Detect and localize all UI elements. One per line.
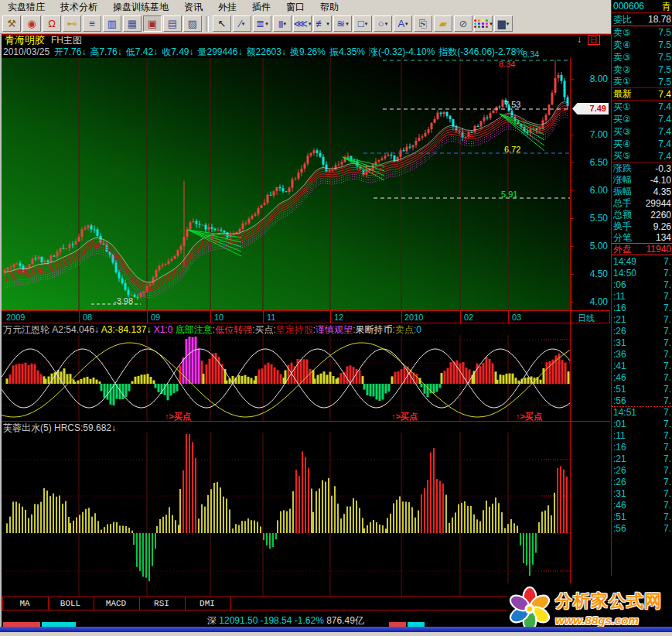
tick-price: 7. [663, 419, 671, 429]
price-label: 6.50 [590, 157, 608, 168]
price-tick [571, 135, 574, 135]
furong-panel-canvas[interactable] [0, 433, 572, 597]
alarm-bell-icon: Ω [48, 18, 56, 29]
waipan-row: 外盘11940 [612, 244, 672, 255]
no-draw-button[interactable]: ⊘ [454, 15, 472, 32]
dropdown-arrow-icon: ▾ [242, 21, 245, 27]
index-pct: -1.62% [295, 615, 324, 626]
menu-item-实盘猎庄[interactable]: 实盘猎庄 [0, 0, 53, 14]
tab-separator [139, 597, 140, 610]
logo-url[interactable]: www.88gs.com [555, 614, 662, 627]
copy-button[interactable]: ⎘ [414, 15, 432, 32]
market-label: 深 [207, 615, 217, 626]
stat-value: -0.3 [655, 163, 671, 174]
period-board-icon[interactable]: 日 [588, 35, 600, 45]
menu-item-窗口[interactable]: 窗口 [278, 0, 312, 14]
tab-RSI[interactable]: RSI [154, 599, 169, 608]
trendline-tool-button[interactable]: ≣▾ [253, 15, 271, 32]
info-field-低: 低7.42↓ [126, 46, 158, 57]
dropdown-arrow-icon: ▾ [265, 21, 268, 27]
status-minibar [389, 621, 424, 627]
label-segment: :0 [414, 324, 421, 335]
plugin-connector-button[interactable]: ⊷ [63, 15, 81, 32]
info-field-高: 高7.76↓ [90, 46, 121, 57]
tick-row: :017. [612, 418, 672, 429]
label-segment: 买点 [255, 324, 274, 335]
circle-tool-button[interactable]: ○▾ [374, 15, 392, 32]
collapse-icon[interactable]: ↓ [577, 35, 582, 45]
window-wave-icon: ▨ [188, 18, 197, 29]
menu-item-资讯[interactable]: 资讯 [176, 0, 210, 14]
cursor-button[interactable]: ↖ [213, 15, 231, 32]
price-label: 6.00 [590, 185, 608, 196]
quote-list-button[interactable]: ≡ [83, 15, 101, 32]
channel-tool-button[interactable]: ≢▾ [313, 15, 332, 32]
tick-time: :46 [613, 372, 626, 383]
plugin-connector-icon: ⊷ [67, 18, 77, 29]
info-field-换: 换9.26% [290, 46, 326, 57]
chart-annotation-7.53: 7.53 [504, 101, 520, 109]
window-edge [0, 34, 2, 627]
tick-time: 14:50 [613, 268, 636, 279]
tick-row: :117. [612, 290, 672, 302]
window-wave-button[interactable]: ▨ [183, 15, 202, 32]
gann-panel-canvas[interactable] [0, 335, 572, 421]
last-price-tag: 7.49 [572, 103, 609, 115]
no-draw-icon: ⊘ [459, 18, 468, 29]
window-frame-bottom [0, 632, 672, 636]
split-pane-button[interactable]: ▥ [103, 15, 121, 32]
line-tool-button[interactable]: ∕▾ [233, 15, 251, 32]
axis-separator [263, 311, 264, 323]
tick-row: :317. [612, 337, 672, 348]
sidebar-header: 000606青 [612, 0, 672, 13]
axis-label-09: 09 [151, 313, 160, 322]
price-tick [571, 246, 574, 247]
eraser-button[interactable]: ▰ [434, 15, 452, 32]
tab-BOLL[interactable]: BOLL [60, 599, 80, 608]
menu-item-插件[interactable]: 插件 [244, 0, 278, 14]
label-segment: X1:0 [151, 324, 175, 335]
quote-list-icon: ≡ [89, 18, 95, 29]
wave-tool-button[interactable]: ≋▾ [333, 15, 352, 32]
index-summary: 深 12091.50 -198.54 -1.62% 876.49亿 [207, 614, 364, 627]
alarm-bell-button[interactable]: Ω [43, 15, 61, 32]
palette-button[interactable]: ▾ [474, 15, 493, 32]
axis-separator [508, 311, 509, 323]
window-candle-button[interactable]: ▣ [143, 15, 162, 32]
tab-MA[interactable]: MA [19, 599, 29, 608]
tick-time: :51 [613, 384, 626, 395]
window-grid-button[interactable]: ▤ [163, 15, 182, 32]
vertical-lines-tool-button[interactable]: ||||▾ [273, 15, 292, 32]
window-chart-button[interactable]: ▦ [123, 15, 142, 32]
sell-label: 卖② [613, 63, 631, 77]
tick-row: :267. [612, 476, 672, 487]
tools-button[interactable]: ⚒ [2, 15, 21, 32]
tab-MACD[interactable]: MACD [106, 599, 126, 608]
tab-DMI[interactable]: DMI [200, 599, 215, 608]
menu-item-操盘训练基地[interactable]: 操盘训练基地 [105, 0, 176, 14]
menu-item-外挂[interactable]: 外挂 [210, 0, 244, 14]
sell-label: 卖④ [613, 39, 631, 52]
rectangle-tool-button[interactable]: □▾ [353, 15, 372, 32]
tick-time: :31 [613, 337, 626, 348]
rectangle-tool-icon: □ [358, 18, 364, 29]
channel-tool-icon: ≢ [316, 18, 326, 29]
axis-label-2010: 2010 [404, 313, 423, 322]
main-chart-canvas[interactable] [0, 58, 572, 310]
market-monitor-icon: ◉ [27, 18, 36, 29]
label-segment: A3:-84.137 [99, 324, 146, 335]
line-tool-icon: ∕ [240, 18, 241, 29]
menu-item-技术分析[interactable]: 技术分析 [53, 0, 105, 14]
tab-separator [94, 597, 94, 610]
text-tool-button[interactable]: A▾ [394, 15, 412, 32]
save-button[interactable]: ▆▾ [494, 15, 513, 32]
tick-row: :567. [612, 395, 672, 406]
tick-row: :167. [612, 441, 672, 453]
info-field-指数: 指数(-346.06)-2.78% [438, 46, 524, 57]
menu-item-帮助[interactable]: 帮助 [312, 0, 346, 14]
dropdown-arrow-icon: ▾ [283, 21, 286, 27]
market-monitor-button[interactable]: ◉ [22, 15, 41, 32]
axis-label-日线: 日线 [578, 313, 595, 324]
stat-row: 涨跌-0.3 [612, 162, 672, 174]
gann-fan-tool-button[interactable]: ⋘▾ [293, 15, 312, 32]
